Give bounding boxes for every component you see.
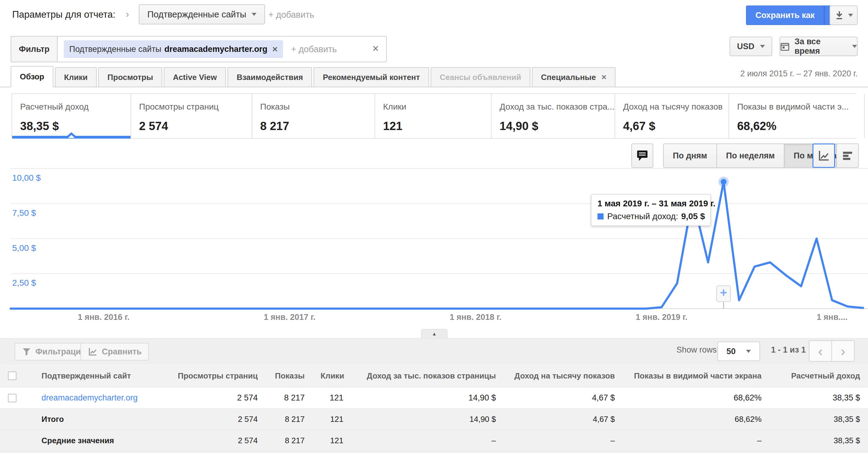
filter-chip-text: Подтвержденные сайты xyxy=(69,45,161,54)
filter-chip[interactable]: Подтвержденные сайты dreamacademycharter… xyxy=(64,40,283,58)
y-axis-tick-label: 2,50 $ xyxy=(12,278,36,287)
metric-card-value: 14,90 $ xyxy=(500,120,615,133)
revenue-series-line xyxy=(11,182,863,309)
metric-card-0[interactable]: Расчетный доход38,35 $ xyxy=(12,94,131,138)
data-cell: 8 217 xyxy=(266,387,313,409)
active-card-notch-inner xyxy=(68,135,75,138)
metric-card-4[interactable]: Доход за тыс. показов стра...14,90 $ xyxy=(492,94,615,138)
metric-card-value: 8 217 xyxy=(260,120,374,133)
currency-dropdown[interactable]: USD xyxy=(730,37,772,56)
download-button[interactable] xyxy=(830,5,858,25)
row-checkbox[interactable] xyxy=(8,394,17,402)
averages-cell: – xyxy=(623,430,770,451)
metric-card-6[interactable]: Показы в видимой части э...68,62% xyxy=(729,94,865,138)
add-filter-button[interactable]: + добавить xyxy=(291,44,337,54)
chevron-down-icon xyxy=(746,350,751,353)
bar-chart-icon xyxy=(841,149,854,162)
chevron-down-icon xyxy=(852,45,857,48)
tab-3[interactable]: Active View xyxy=(164,67,226,87)
metric-card-value: 38,35 $ xyxy=(20,120,130,133)
currency-label: USD xyxy=(737,42,754,51)
averages-row: Средние значения2 5748 217121–––38,35 $ xyxy=(0,430,868,451)
chevron-down-icon xyxy=(848,14,853,17)
date-range-dropdown[interactable]: За все время xyxy=(780,37,858,56)
next-page-button[interactable]: › xyxy=(832,340,855,362)
tab-1[interactable]: Клики xyxy=(55,67,97,87)
column-header-6[interactable]: Показы в видимой части экрана xyxy=(623,365,770,387)
date-range-label: За все время xyxy=(795,37,847,56)
clear-filters-icon[interactable]: × xyxy=(372,42,379,55)
highlighted-data-point[interactable] xyxy=(721,179,726,185)
table-compare-button[interactable]: Сравнить xyxy=(81,343,149,361)
tab-7[interactable]: Специальные× xyxy=(532,67,616,87)
column-header-1[interactable]: Просмотры страниц xyxy=(169,365,266,387)
comment-icon xyxy=(637,149,648,162)
filter-body[interactable]: Подтвержденные сайты dreamacademycharter… xyxy=(58,37,386,62)
averages-cell: 8 217 xyxy=(266,430,313,451)
tab-0[interactable]: Обзор xyxy=(11,66,53,87)
row-checkbox-cell xyxy=(0,387,34,409)
add-report-parameter-button[interactable]: + добавить xyxy=(269,10,314,20)
metric-card-label: Доход за тыс. показов стра... xyxy=(500,102,615,112)
tab-4[interactable]: Взаимодействия xyxy=(227,67,312,87)
totals-label-cell: Итого xyxy=(34,409,169,430)
column-header-2[interactable]: Показы xyxy=(266,365,313,387)
totals-cell: 8 217 xyxy=(266,409,313,430)
page-title: Параметры для отчета: xyxy=(12,9,115,20)
close-tab-icon[interactable]: × xyxy=(601,72,606,82)
data-cell: 38,35 $ xyxy=(770,387,868,409)
column-header-0[interactable]: Подтвержденный сайт xyxy=(34,365,169,387)
metric-card-label: Показы xyxy=(260,102,374,112)
metric-cards: Расчетный доход38,35 $Просмотры страниц2… xyxy=(11,93,857,139)
metric-card-value: 2 574 xyxy=(139,120,252,133)
column-header-3[interactable]: Клики xyxy=(313,365,351,387)
collapse-chart-button[interactable]: ▲ xyxy=(421,329,447,339)
chevron-down-icon xyxy=(760,45,765,48)
breadcrumb-chevron-icon: › xyxy=(126,8,129,20)
annotations-button[interactable] xyxy=(631,143,653,168)
metric-card-2[interactable]: Показы8 217 xyxy=(252,94,375,138)
funnel-icon xyxy=(22,347,31,356)
pagination-range: 1 - 1 из 1 xyxy=(771,345,806,355)
metric-card-1[interactable]: Просмотры страниц2 574 xyxy=(131,94,252,138)
table-compare-label: Сравнить xyxy=(102,347,142,357)
x-axis-tick-label: 1 янв. 2017 г. xyxy=(264,313,316,322)
column-header-7[interactable]: Расчетный доход xyxy=(770,365,868,387)
data-cell: 2 574 xyxy=(169,387,266,409)
filter-bar: Фильтр Подтвержденные сайты dreamacademy… xyxy=(11,36,387,62)
column-header-5[interactable]: Доход на тысячу показов xyxy=(504,365,623,387)
line-chart-view-button[interactable] xyxy=(812,143,835,168)
site-link[interactable]: dreamacademycharter.org xyxy=(41,393,137,402)
top-bar: Параметры для отчета: › Подтвержденные с… xyxy=(0,0,868,34)
table-filter-label: Фильтрация xyxy=(35,347,86,357)
metric-card-label: Просмотры страниц xyxy=(139,102,252,112)
averages-cell: – xyxy=(351,430,504,451)
metric-card-3[interactable]: Клики121 xyxy=(375,94,492,138)
select-all-checkbox[interactable] xyxy=(8,371,17,380)
filter-chip-value: dreamacademycharter.org xyxy=(164,45,268,54)
table-toolbar: Фильтрация Сравнить Show rows 50 1 - 1 и… xyxy=(0,338,868,365)
tab-6: Сеансы объявлений xyxy=(431,67,530,87)
metric-card-label: Показы в видимой части э... xyxy=(737,102,864,112)
filter-label: Фильтр xyxy=(11,37,58,62)
granularity-0[interactable]: По дням xyxy=(663,143,717,168)
tab-2[interactable]: Просмотры xyxy=(98,67,162,87)
metric-card-5[interactable]: Доход на тысячу показов4,67 $ xyxy=(615,94,729,138)
previous-page-button[interactable]: ‹ xyxy=(809,340,832,362)
save-as-button[interactable]: Сохранить как xyxy=(746,5,824,25)
series-color-swatch xyxy=(597,214,603,220)
granularity-1[interactable]: По неделям xyxy=(717,143,784,168)
tab-5[interactable]: Рекомендуемый контент xyxy=(313,67,429,87)
revenue-line-chart[interactable]: 2,50 $5,00 $7,50 $10,00 $1 янв. 2016 г.1… xyxy=(0,165,868,327)
metric-card-label: Клики xyxy=(383,102,491,112)
bar-chart-view-button[interactable] xyxy=(836,143,859,168)
column-header-4[interactable]: Доход за тыс. показов страницы xyxy=(351,365,504,387)
remove-chip-icon[interactable]: × xyxy=(272,44,278,54)
report-type-dropdown[interactable]: Подтвержденные сайты xyxy=(139,4,265,24)
y-axis-tick-label: 5,00 $ xyxy=(12,243,36,253)
totals-cell: 68,62% xyxy=(623,409,770,430)
rows-per-page-dropdown[interactable]: 50 xyxy=(717,342,760,361)
tab-label: Клики xyxy=(64,73,88,82)
tooltip-metric-value: 9,05 $ xyxy=(681,211,705,221)
table-header-row: Подтвержденный сайтПросмотры страницПока… xyxy=(0,365,868,387)
